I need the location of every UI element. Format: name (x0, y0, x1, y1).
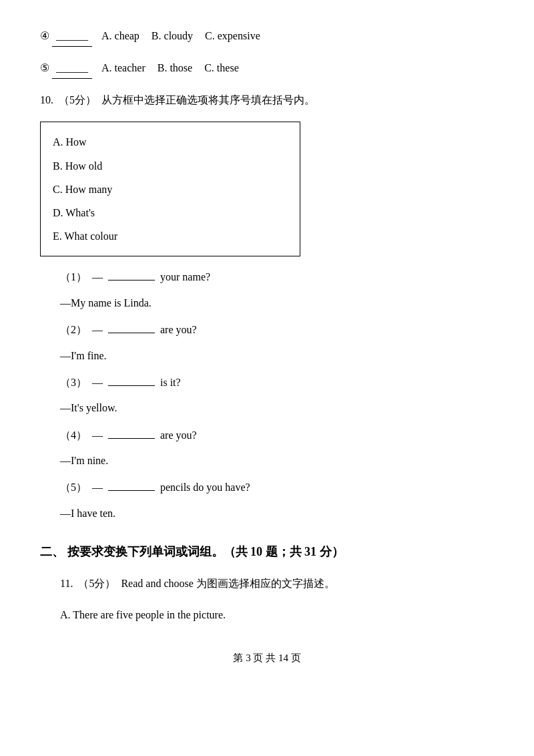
q10-score: （5分） (59, 94, 96, 106)
question-10-header: 10. （5分） 从方框中选择正确选项将其序号填在括号内。 (40, 91, 494, 110)
q5-optionC: C. these (204, 62, 239, 73)
sq5-num: （5） (60, 482, 87, 493)
q4-optionB: B. cloudy (152, 30, 193, 41)
sub-question-5: （5） — pencils do you have? (60, 478, 494, 498)
sq4-num: （4） (60, 429, 87, 441)
sq2-num: （2） (60, 324, 87, 335)
q5-blank: ______ (52, 59, 92, 79)
sq1-dash: — (92, 271, 103, 282)
sq4-text: are you? (160, 429, 197, 441)
q10-number: 10. (40, 94, 53, 106)
q11-score: （5分） (78, 578, 115, 589)
sub-question-4: （4） — are you? (60, 425, 494, 445)
sq4-dash: — (92, 429, 103, 441)
question-5: ⑤ ______ A. teacher B. those C. these (40, 59, 494, 79)
sq1-num: （1） (60, 271, 87, 282)
section-2-header: 二、 按要求变换下列单词或词组。（共 10 题；共 31 分） (40, 540, 494, 564)
q10-instruction: 从方框中选择正确选项将其序号填在括号内。 (101, 94, 315, 106)
q11-instruction: Read and choose 为图画选择相应的文字描述。 (121, 578, 334, 589)
section-2-title: 二、 按要求变换下列单词或词组。（共 10 题；共 31 分） (40, 545, 344, 558)
q4-optionC: C. expensive (205, 30, 260, 41)
sq2-blank (108, 333, 155, 333)
sq5-blank (108, 490, 155, 491)
q5-optionB: B. those (158, 62, 192, 73)
sq4-answer: —I'm nine. (60, 451, 494, 471)
q4-number: ④ (40, 30, 49, 41)
sub-question-2: （2） — are you? (60, 320, 494, 340)
sq5-dash: — (92, 482, 103, 493)
sq5-answer: —I have ten. (60, 504, 494, 524)
sub-question-1: （1） — your name? (60, 267, 494, 287)
box-option-B: B. How old (53, 154, 288, 178)
q5-number: ⑤ (40, 62, 49, 73)
q4-blank: ______ (52, 27, 92, 47)
sq3-text: is it? (160, 377, 181, 388)
question-11-header: 11. （5分） Read and choose 为图画选择相应的文字描述。 (60, 574, 494, 594)
sq5-text: pencils do you have? (160, 482, 250, 493)
sq1-text: your name? (160, 271, 210, 282)
sq2-text: are you? (160, 324, 197, 335)
footer-text: 第 3 页 共 14 页 (233, 652, 300, 663)
question-4: ④ ______ A. cheap B. cloudy C. expensive (40, 27, 494, 47)
q11-optionA: A. There are five people in the picture. (60, 609, 226, 620)
q5-optionA: A. teacher (101, 62, 146, 73)
box-option-A: A. How (53, 130, 288, 154)
box-option-D: D. What's (53, 201, 288, 224)
q4-optionA: A. cheap (101, 30, 140, 41)
sq1-blank (108, 280, 155, 280)
sq3-num: （3） (60, 377, 87, 388)
sq3-dash: — (92, 377, 103, 388)
sq1-answer: —My name is Linda. (60, 293, 494, 313)
sq3-blank (108, 385, 155, 386)
page-footer: 第 3 页 共 14 页 (40, 652, 494, 665)
sq4-blank (108, 438, 155, 439)
options-box: A. How B. How old C. How many D. What's … (40, 122, 300, 256)
sq2-answer: —I'm fine. (60, 346, 494, 366)
q11-number: 11. (60, 578, 73, 589)
box-option-E: E. What colour (53, 224, 288, 248)
sub-question-3: （3） — is it? (60, 373, 494, 393)
q11-option-a: A. There are five people in the picture. (60, 606, 494, 625)
sq3-answer: —It's yellow. (60, 398, 494, 418)
sq2-dash: — (92, 324, 103, 335)
box-option-C: C. How many (53, 178, 288, 201)
